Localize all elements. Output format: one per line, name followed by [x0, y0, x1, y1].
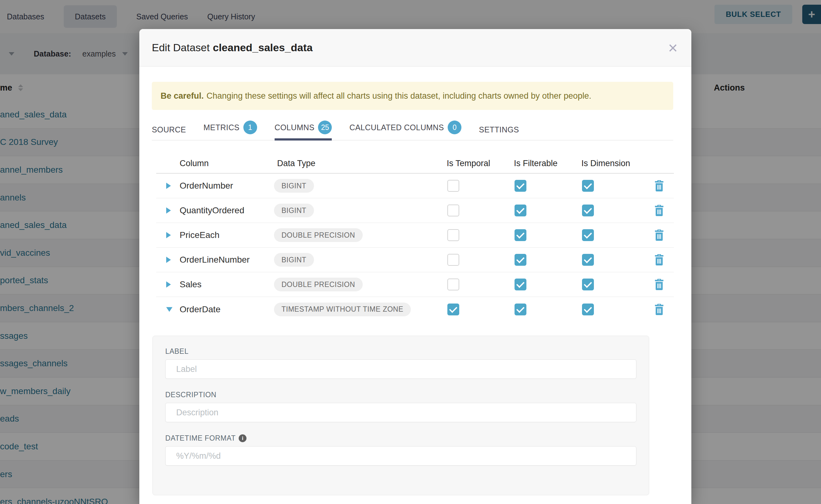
tab-calculated-columns[interactable]: CALCULATED COLUMNS 0: [349, 121, 462, 140]
datetime-format-field-label: DATETIME FORMAT: [165, 434, 636, 442]
description-field-group: DESCRIPTION: [165, 391, 636, 422]
columns-table: Column Data Type Is Temporal Is Filterab…: [156, 156, 674, 322]
header-data-type: Data Type: [277, 158, 315, 168]
datetime-format-input[interactable]: [165, 446, 636, 466]
is-temporal-checkbox[interactable]: [448, 254, 459, 266]
expand-caret-icon[interactable]: [166, 183, 171, 189]
tab-count-badge: 0: [448, 121, 462, 134]
description-field-label-text: DESCRIPTION: [165, 391, 216, 399]
column-row: OrderLineNumber BIGINT: [156, 248, 674, 272]
delete-column-icon[interactable]: [654, 180, 665, 192]
tab-label: METRICS: [203, 123, 239, 132]
info-icon[interactable]: [239, 434, 246, 442]
close-icon[interactable]: ×: [668, 40, 678, 56]
expand-caret-icon[interactable]: [166, 232, 171, 238]
is-dimension-checkbox[interactable]: [582, 180, 594, 192]
column-datatype-badge: BIGINT: [274, 179, 314, 193]
column-name: QuantityOrdered: [180, 205, 244, 215]
screen: DatabasesDatasetsSaved QueriesQuery Hist…: [0, 0, 821, 504]
label-field-group: LABEL: [165, 347, 636, 379]
column-datatype-badge: DOUBLE PRECISION: [274, 228, 363, 242]
column-row: Sales DOUBLE PRECISION: [156, 272, 674, 297]
is-temporal-checkbox[interactable]: [448, 180, 459, 192]
column-row: OrderNumber BIGINT: [156, 174, 674, 198]
column-datatype-badge: DOUBLE PRECISION: [274, 278, 363, 291]
tab-label: SOURCE: [152, 125, 186, 134]
column-name: OrderDate: [180, 304, 220, 314]
is-filterable-checkbox[interactable]: [515, 254, 527, 266]
description-input[interactable]: [165, 403, 636, 422]
modal-title-dataset-name: cleaned_sales_data: [213, 42, 312, 53]
column-row: OrderDate TIMESTAMP WITHOUT TIME ZONE: [156, 297, 674, 322]
expand-caret-icon[interactable]: [166, 307, 172, 312]
modal-title-prefix: Edit Dataset: [152, 42, 210, 53]
description-field-label: DESCRIPTION: [165, 391, 636, 399]
tab-label: SETTINGS: [479, 125, 519, 134]
is-dimension-checkbox[interactable]: [582, 205, 594, 216]
modal-title: Edit Datasetcleaned_sales_data: [152, 42, 313, 54]
column-datatype-badge: BIGINT: [274, 204, 314, 217]
expand-caret-icon[interactable]: [166, 281, 171, 288]
tab-columns[interactable]: COLUMNS 25: [274, 121, 332, 140]
expand-caret-icon[interactable]: [166, 207, 171, 214]
column-name: OrderLineNumber: [180, 255, 250, 265]
delete-column-icon[interactable]: [654, 254, 665, 266]
header-is-temporal: Is Temporal: [447, 158, 490, 168]
label-field-label: LABEL: [165, 347, 636, 356]
column-name: Sales: [180, 279, 201, 289]
tab-count-badge: 1: [243, 121, 257, 134]
label-field-label-text: LABEL: [165, 347, 189, 356]
is-temporal-checkbox[interactable]: [448, 205, 459, 216]
header-column: Column: [180, 158, 209, 168]
tab-count-badge: 25: [318, 121, 332, 134]
column-datatype-badge: BIGINT: [274, 253, 314, 267]
is-dimension-checkbox[interactable]: [582, 279, 594, 290]
expand-caret-icon[interactable]: [166, 257, 171, 263]
header-is-dimension: Is Dimension: [581, 158, 630, 168]
column-row: QuantityOrdered BIGINT: [156, 198, 674, 223]
is-temporal-checkbox[interactable]: [448, 304, 459, 315]
delete-column-icon[interactable]: [654, 303, 665, 316]
is-dimension-checkbox[interactable]: [582, 254, 594, 266]
is-dimension-checkbox[interactable]: [582, 229, 594, 241]
is-filterable-checkbox[interactable]: [515, 180, 527, 192]
is-filterable-checkbox[interactable]: [515, 229, 527, 241]
columns-table-body: OrderNumber BIGINT QuantityOrdered BIGIN…: [156, 174, 674, 322]
columns-table-header: Column Data Type Is Temporal Is Filterab…: [156, 156, 674, 174]
is-filterable-checkbox[interactable]: [515, 205, 527, 216]
is-filterable-checkbox[interactable]: [515, 279, 527, 290]
header-is-filterable: Is Filterable: [514, 158, 558, 168]
tab-label: COLUMNS: [274, 123, 314, 132]
label-input[interactable]: [165, 359, 636, 379]
tab-source[interactable]: SOURCE: [152, 125, 186, 140]
is-temporal-checkbox[interactable]: [448, 229, 459, 241]
is-dimension-checkbox[interactable]: [582, 304, 594, 315]
column-row: PriceEach DOUBLE PRECISION: [156, 223, 674, 248]
modal-tabs: SOURCE METRICS 1 COLUMNS 25 CALCULATED C…: [152, 121, 673, 141]
tab-settings[interactable]: SETTINGS: [479, 125, 519, 140]
column-datatype-badge: TIMESTAMP WITHOUT TIME ZONE: [274, 303, 411, 316]
column-detail-panel: LABEL DESCRIPTION DATETIME FORMAT: [152, 336, 649, 495]
delete-column-icon[interactable]: [654, 229, 665, 241]
warning-bold: Be careful.: [161, 91, 204, 101]
tab-label: CALCULATED COLUMNS: [349, 123, 444, 132]
column-name: PriceEach: [180, 230, 220, 240]
delete-column-icon[interactable]: [654, 278, 665, 291]
tab-metrics[interactable]: METRICS 1: [203, 121, 257, 140]
delete-column-icon[interactable]: [654, 204, 665, 217]
column-name: OrderNumber: [180, 181, 233, 191]
datetime-format-label-text: DATETIME FORMAT: [165, 434, 235, 442]
warning-banner: Be careful. Changing these settings will…: [152, 82, 673, 110]
edit-dataset-modal: Edit Datasetcleaned_sales_data × Be care…: [139, 29, 691, 504]
is-filterable-checkbox[interactable]: [515, 304, 527, 315]
is-temporal-checkbox[interactable]: [448, 279, 459, 290]
datetime-format-field-group: DATETIME FORMAT: [165, 434, 636, 466]
modal-header: Edit Datasetcleaned_sales_data ×: [139, 29, 691, 67]
warning-text: Changing these settings will affect all …: [206, 91, 591, 101]
